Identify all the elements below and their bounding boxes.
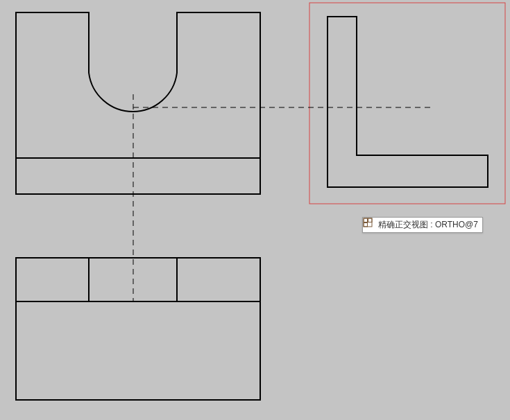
projection-lines xyxy=(133,94,434,301)
top-view[interactable] xyxy=(16,258,260,400)
view-tooltip: 精确正交视图 : ORTHO@7 xyxy=(362,217,483,233)
svg-rect-10 xyxy=(364,223,368,227)
orthographic-view-icon xyxy=(366,220,375,230)
cad-viewport[interactable]: 精确正交视图 : ORTHO@7 xyxy=(0,0,510,420)
side-view[interactable] xyxy=(328,17,488,187)
svg-rect-1 xyxy=(16,258,260,400)
svg-rect-8 xyxy=(364,218,368,222)
view-tooltip-text: 精确正交视图 : ORTHO@7 xyxy=(378,219,478,231)
selection-box[interactable] xyxy=(309,3,505,204)
svg-rect-9 xyxy=(368,218,373,222)
front-view[interactable] xyxy=(16,12,260,194)
